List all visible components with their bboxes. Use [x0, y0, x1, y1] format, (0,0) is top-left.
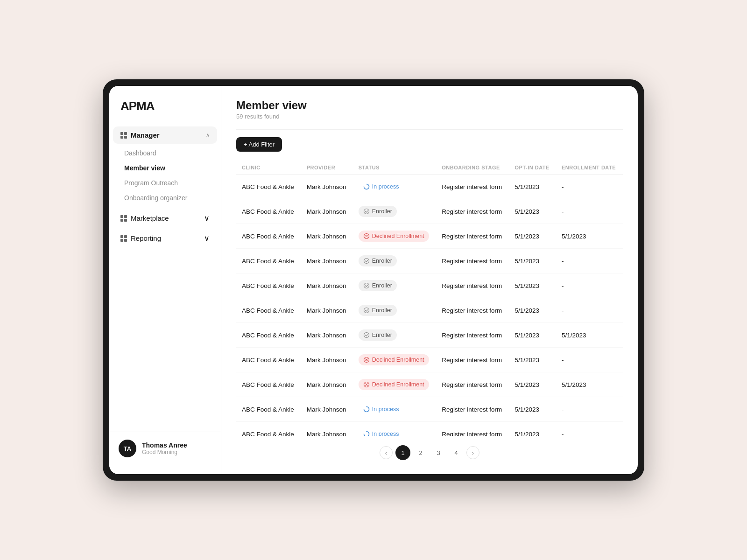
table-row[interactable]: ABC Food & Ankle Mark Johnson Enroller R…	[236, 298, 623, 323]
cell-provider: Mark Johnson	[301, 372, 353, 397]
manager-grid-icon	[120, 132, 127, 139]
cell-onboarding-stage: Register interest form	[436, 298, 509, 323]
add-filter-button[interactable]: + Add Filter	[236, 137, 282, 152]
sidebar-item-dashboard[interactable]: Dashboard	[117, 146, 217, 161]
cell-enrollment-date: 5/1/2023	[556, 372, 623, 397]
sidebar-item-marketplace[interactable]: Marketplace ∨	[113, 209, 217, 227]
sidebar: APMA Manager ∧ Dashboard	[109, 86, 221, 474]
cell-opt-in-date: 5/1/2023	[509, 397, 556, 422]
enroller-icon	[363, 307, 370, 314]
cell-status: Declined Enrollment	[353, 348, 437, 372]
svg-point-4	[364, 308, 369, 313]
sidebar-item-member-view[interactable]: Member view	[117, 161, 217, 175]
cell-opt-in-date: 5/1/2023	[509, 273, 556, 298]
cell-status: In process	[353, 397, 437, 422]
cell-opt-in-date: 5/1/2023	[509, 422, 556, 436]
cell-provider: Mark Johnson	[301, 348, 353, 372]
cell-opt-in-date: 5/1/2023	[509, 298, 556, 323]
table-body: ABC Food & Ankle Mark Johnson In process…	[236, 175, 623, 436]
cell-enrollment-date: -	[556, 422, 623, 436]
cell-provider: Mark Johnson	[301, 422, 353, 436]
enroller-icon	[363, 282, 370, 289]
table-row[interactable]: ABC Food & Ankle Mark Johnson Enroller R…	[236, 249, 623, 273]
cell-status: In process	[353, 175, 437, 199]
status-badge: Enroller	[359, 255, 397, 266]
cell-enrollment-date: -	[556, 273, 623, 298]
header-divider	[236, 129, 623, 130]
pagination-page-2[interactable]: 2	[413, 445, 428, 460]
table-row[interactable]: ABC Food & Ankle Mark Johnson Enroller R…	[236, 323, 623, 348]
cell-enrollment-date: -	[556, 175, 623, 199]
col-provider: PROVIDER	[301, 161, 353, 175]
cell-opt-in-date: 5/1/2023	[509, 249, 556, 273]
cell-opt-in-date: 5/1/2023	[509, 348, 556, 372]
cell-onboarding-stage: Register interest form	[436, 249, 509, 273]
cell-onboarding-stage: Register interest form	[436, 199, 509, 224]
table-container: CLINIC PROVIDER STATUS ONBOARDING STAGE …	[236, 161, 623, 436]
cell-clinic: ABC Food & Ankle	[236, 422, 301, 436]
reporting-grid-icon	[120, 235, 127, 242]
sidebar-item-manager[interactable]: Manager ∧	[113, 126, 217, 144]
svg-point-0	[364, 209, 369, 214]
nav-group-manager: Manager ∧ Dashboard Member view Program …	[109, 126, 221, 207]
cell-enrollment-date: -	[556, 298, 623, 323]
cell-onboarding-stage: Register interest form	[436, 422, 509, 436]
col-onboarding-stage: ONBOARDING STAGE	[436, 161, 509, 175]
cell-enrollment-date: -	[556, 249, 623, 273]
table-row[interactable]: ABC Food & Ankle Mark Johnson In process…	[236, 175, 623, 199]
status-badge: In process	[359, 181, 404, 192]
sidebar-item-reporting[interactable]: Reporting ∨	[113, 229, 217, 247]
cell-enrollment-date: -	[556, 348, 623, 372]
cell-status: Enroller	[353, 249, 437, 273]
status-badge: Declined Enrollment	[359, 354, 429, 365]
cell-onboarding-stage: Register interest form	[436, 348, 509, 372]
pagination-next-button[interactable]: ›	[466, 446, 479, 459]
col-status: STATUS	[353, 161, 437, 175]
table-row[interactable]: ABC Food & Ankle Mark Johnson Enroller R…	[236, 273, 623, 298]
marketplace-chevron-icon: ∨	[204, 214, 210, 223]
cell-clinic: ABC Food & Ankle	[236, 397, 301, 422]
manager-chevron-icon: ∧	[206, 132, 210, 138]
cell-status: In process	[353, 422, 437, 436]
cell-status: Enroller	[353, 199, 437, 224]
cell-enrollment-date: 5/1/2023	[556, 323, 623, 348]
cell-onboarding-stage: Register interest form	[436, 372, 509, 397]
svg-point-5	[364, 333, 369, 338]
pagination-page-4[interactable]: 4	[449, 445, 464, 460]
cell-clinic: ABC Food & Ankle	[236, 273, 301, 298]
table-row[interactable]: ABC Food & Ankle Mark Johnson Enroller R…	[236, 199, 623, 224]
members-table: CLINIC PROVIDER STATUS ONBOARDING STAGE …	[236, 161, 623, 436]
cell-clinic: ABC Food & Ankle	[236, 372, 301, 397]
cell-clinic: ABC Food & Ankle	[236, 199, 301, 224]
cell-onboarding-stage: Register interest form	[436, 397, 509, 422]
status-badge: Declined Enrollment	[359, 379, 429, 390]
table-row[interactable]: ABC Food & Ankle Mark Johnson Declined E…	[236, 224, 623, 249]
status-badge: In process	[359, 428, 404, 436]
col-clinic: CLINIC	[236, 161, 301, 175]
marketplace-label: Marketplace	[131, 214, 169, 222]
sidebar-item-program-outreach[interactable]: Program Outreach	[117, 175, 217, 190]
user-info: Thomas Anree Good Morning	[142, 441, 187, 455]
declined-icon	[363, 381, 370, 388]
cell-provider: Mark Johnson	[301, 323, 353, 348]
svg-point-2	[364, 259, 369, 264]
table-row[interactable]: ABC Food & Ankle Mark Johnson Declined E…	[236, 348, 623, 372]
enroller-icon	[363, 258, 370, 264]
table-row[interactable]: ABC Food & Ankle Mark Johnson Declined E…	[236, 372, 623, 397]
cell-enrollment-date: -	[556, 199, 623, 224]
table-row[interactable]: ABC Food & Ankle Mark Johnson In process…	[236, 422, 623, 436]
status-badge: In process	[359, 404, 404, 415]
table-row[interactable]: ABC Food & Ankle Mark Johnson In process…	[236, 397, 623, 422]
cell-status: Declined Enrollment	[353, 372, 437, 397]
pagination-prev-button[interactable]: ‹	[380, 446, 393, 459]
status-badge: Enroller	[359, 329, 397, 341]
sidebar-item-onboarding-organizer[interactable]: Onboarding organizer	[117, 190, 217, 205]
enroller-icon	[363, 208, 370, 215]
table-header: CLINIC PROVIDER STATUS ONBOARDING STAGE …	[236, 161, 623, 175]
pagination-page-3[interactable]: 3	[431, 445, 446, 460]
device-frame: APMA Manager ∧ Dashboard	[103, 79, 644, 481]
cell-opt-in-date: 5/1/2023	[509, 372, 556, 397]
cell-clinic: ABC Food & Ankle	[236, 249, 301, 273]
cell-status: Enroller	[353, 298, 437, 323]
pagination-page-1[interactable]: 1	[395, 445, 410, 460]
